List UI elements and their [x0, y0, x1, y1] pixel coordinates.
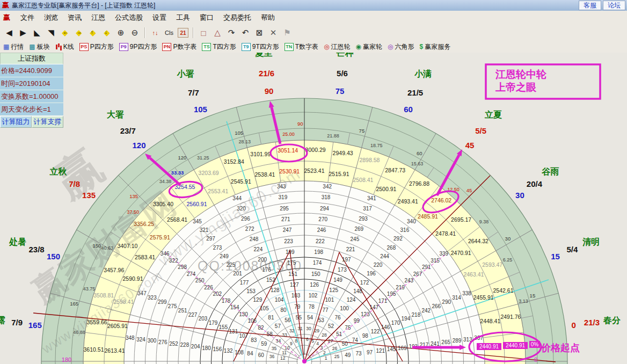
zoom-out-icon[interactable]: ⊖	[128, 26, 142, 39]
tool-quotes[interactable]: ▦行情	[3, 42, 24, 52]
rotate-cw-icon[interactable]: ↷	[224, 26, 238, 39]
param-row-2: 变换系数=1.00000	[0, 90, 63, 103]
calc-resistance-button[interactable]: 计算阻力	[0, 116, 32, 128]
tool-9p-square[interactable]: P99P四方形	[119, 42, 157, 52]
zoom-in-icon[interactable]: ⊕	[114, 26, 128, 39]
gann-wheel-icon: ◎	[324, 43, 329, 50]
price-percent-label: 3000.29	[305, 147, 326, 153]
menu-item-设置[interactable]: 设置	[148, 11, 171, 24]
spiral-number: 102	[309, 293, 318, 299]
spiral-number: 176	[262, 267, 271, 273]
spiral-number: 296	[241, 216, 250, 222]
nav-up-icon[interactable]: ◣	[30, 26, 44, 39]
tool-t-table[interactable]: TNT数字表	[285, 42, 318, 52]
outer-degree-label: 30	[515, 191, 524, 200]
spiral-number: 276	[158, 339, 167, 345]
spiral-number: 172	[360, 280, 369, 286]
param-row-1: 时间=20190104	[0, 77, 63, 90]
cls-button[interactable]: Cls	[162, 26, 176, 39]
kline-icon	[55, 43, 62, 50]
tool-winner-wheel[interactable]: ◉赢家轮	[356, 42, 382, 52]
draw-square-icon[interactable]: □	[196, 26, 210, 39]
box-x-icon[interactable]: ⊠	[252, 26, 266, 39]
spiral-number: 127	[290, 282, 299, 288]
price-percent-label: 3356.25	[134, 221, 154, 227]
degree-label: 15	[530, 293, 536, 299]
percent-label: 31.25	[197, 155, 209, 161]
tool-t-square[interactable]: TST四方形	[202, 42, 236, 52]
spiral-number: 33	[282, 332, 287, 338]
price-degree-label: 2523.41	[304, 168, 325, 174]
shift-down-icon[interactable]: ◆↓	[100, 26, 114, 39]
spiral-number: 244	[380, 253, 389, 259]
shift-right-icon[interactable]: ◆→	[72, 26, 86, 39]
tool-hexagon[interactable]: ◎六角形	[388, 42, 414, 52]
annotation-box-line1: 江恩轮中轮	[495, 69, 547, 80]
menu-item-交易委托[interactable]: 交易委托	[218, 11, 256, 24]
center-mark-icon[interactable]: ✕	[266, 26, 280, 39]
price-degree-label: 2470.91	[451, 250, 471, 256]
spiral-number: 318	[322, 194, 331, 200]
spiral-number: 219	[396, 285, 405, 290]
solar-term-label: 芒种	[336, 53, 353, 57]
menu-item-资讯[interactable]: 资讯	[63, 11, 86, 24]
price-degree-label: 2575.91	[150, 234, 170, 241]
percent-label: 28.13	[238, 139, 251, 144]
pin-icon[interactable]: ⚑	[280, 26, 294, 39]
wheel-center-dot	[302, 359, 307, 363]
spiral-number: 1	[325, 355, 327, 361]
menu-item-公式选股[interactable]: 公式选股	[110, 11, 148, 24]
degree-label: 45	[466, 187, 472, 193]
spiral-number: 171	[378, 298, 388, 304]
nav-prev-icon[interactable]: ◀	[2, 26, 16, 39]
scale-icon[interactable]: ↑↓	[148, 26, 162, 39]
spiral-number: 341	[367, 195, 376, 201]
tool-winner-service[interactable]: $赢家服务	[420, 42, 451, 52]
spiral-number: 298	[178, 264, 187, 270]
spiral-number: 273	[213, 245, 222, 251]
spiral-number: 290	[442, 299, 451, 305]
nav-next-icon[interactable]: ▶	[16, 26, 30, 39]
menu-item-文件[interactable]: 文件	[16, 11, 39, 24]
spiral-number: 221	[346, 246, 355, 252]
spiral-number: 82	[258, 325, 265, 331]
spiral-number: 241	[431, 341, 440, 347]
draw-triangle-icon[interactable]: △	[210, 26, 224, 39]
p-square-label: P四方形	[90, 42, 114, 52]
degree-label: 30	[505, 236, 511, 242]
tool-kline[interactable]: K线	[55, 42, 74, 52]
solar-term-label: 立夏	[484, 110, 502, 119]
tool-gann-wheel[interactable]: ◎江恩轮	[324, 42, 350, 52]
rotate-ccw-icon[interactable]: ↶	[238, 26, 252, 39]
spiral-number: 173	[338, 267, 347, 273]
shift-left-icon[interactable]: ◆←	[58, 26, 72, 39]
solar-date-label: 20/4	[527, 179, 543, 188]
menu-item-江恩[interactable]: 江恩	[86, 11, 110, 24]
outer-degree-label: 150	[47, 252, 60, 261]
menu-item-浏览[interactable]: 浏览	[39, 11, 63, 24]
tool-9t-square[interactable]: T99T四方形	[242, 42, 279, 52]
spiral-number: 5	[311, 338, 314, 344]
spiral-number: 248	[250, 236, 259, 242]
price-degree-label: 2500.91	[376, 186, 396, 192]
calc-support-button[interactable]: 计算支撑	[32, 116, 63, 128]
gann-wheel-chart[interactable]: 赢家财富网www.yingjia360.comwww.yingjia360.co…	[0, 53, 627, 364]
tool-p-table[interactable]: PNP数字表	[162, 42, 196, 52]
tool-p-square[interactable]: PSP四方形	[79, 42, 114, 52]
spiral-number: 228	[180, 342, 189, 348]
service-button[interactable]: 客服	[579, 1, 601, 10]
menu-item-窗口[interactable]: 窗口	[195, 11, 218, 24]
tool-sectors[interactable]: ▩板块	[29, 42, 49, 52]
nav-down-icon[interactable]: ◥	[44, 26, 58, 39]
menu-bar: 赢 文件浏览资讯江恩公式选股设置工具窗口交易委托帮助	[0, 11, 627, 25]
app-logo-icon: 赢	[2, 1, 9, 10]
price-percent-label: 2593.47	[482, 261, 502, 268]
menu-item-工具[interactable]: 工具	[171, 11, 195, 24]
price-percent-label: 3051.14	[278, 147, 298, 154]
forum-button[interactable]: 论坛	[603, 1, 625, 10]
quotes-label: 行情	[11, 42, 24, 52]
menu-item-帮助[interactable]: 帮助	[256, 11, 280, 24]
shift-up-icon[interactable]: ◆↑	[86, 26, 100, 39]
gann-tools-toolbar: ▦行情▩板块K线PSP四方形P99P四方形PNP数字表TST四方形T99T四方形…	[0, 41, 627, 53]
calendar-icon[interactable]: 21	[176, 26, 190, 39]
